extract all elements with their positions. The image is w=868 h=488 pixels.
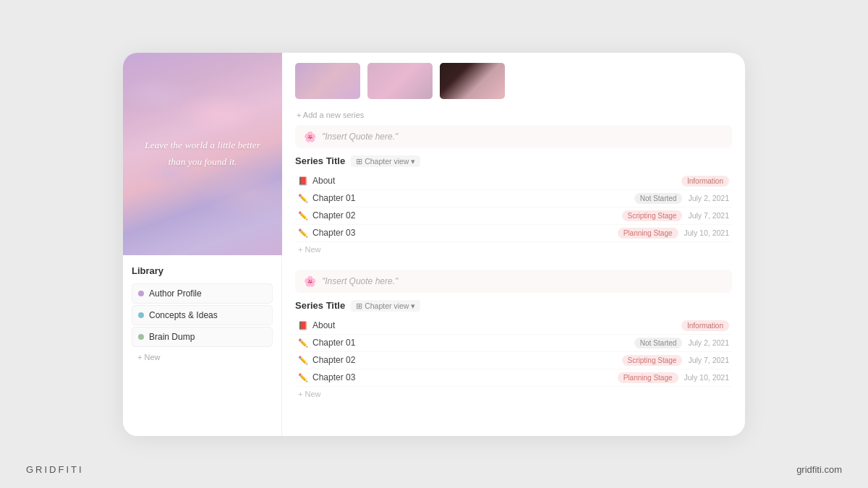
quote-text-1: "Insert Quote here." [322,132,398,142]
series-header-1: Series Title ⊞ Chapter view ▾ [295,155,732,167]
series-thumbnails-row [295,63,732,99]
table-row[interactable]: ✏️ Chapter 01 Not Started July 2, 2021 [295,190,732,207]
quote-emoji-1: 🌸 [304,131,316,142]
row-icon-ch2-1: ✏️ [298,211,308,221]
series-section-1: Series Title ⊞ Chapter view ▾ 📕 About In… [295,155,732,257]
row-name-ch2-1: Chapter 02 [312,210,618,221]
badge-info-1: Information [681,176,729,187]
main-content: + Add a new series 🌸 "Insert Quote here.… [282,53,745,436]
row-date-ch1-1: July 2, 2021 [688,194,729,202]
chapter-view-label-1: Chapter view [365,157,409,166]
row-name-ch3-1: Chapter 03 [312,228,613,238]
series-title-2: Series Title [295,300,345,311]
series-header-2: Series Title ⊞ Chapter view ▾ [295,300,732,312]
row-icon-ch1-2: ✏️ [298,338,308,348]
sidebar-new-button[interactable]: + New [132,348,273,366]
badge-info-2: Information [681,320,729,331]
chapter-view-icon-1: ⊞ [356,157,362,166]
row-date-ch2-1: July 7, 2021 [688,211,729,220]
chapter-view-chevron-1: ▾ [411,157,415,166]
table-new-1[interactable]: + New [295,242,732,257]
table-row[interactable]: 📕 About Information [295,317,732,335]
add-series-button[interactable]: + Add a new series [295,108,732,125]
row-icon-about-2: 📕 [298,321,308,330]
sidebar-item-brain-dump-label: Brain Dump [149,332,195,342]
quote-text-2: "Insert Quote here." [322,276,398,286]
sidebar-item-concepts-label: Concepts & Ideas [149,310,218,320]
series-section-2: Series Title ⊞ Chapter view ▾ 📕 About In… [295,300,732,401]
badge-scripting-2: Scripting Stage [622,355,683,366]
row-name-ch2-2: Chapter 02 [312,355,618,365]
row-name-ch3-2: Chapter 03 [312,372,613,382]
series-title-1: Series Title [295,155,345,166]
concepts-dot [138,312,144,318]
quote-block-1: 🌸 "Insert Quote here." [295,125,732,148]
series-thumbnail-3[interactable] [440,63,505,99]
quote-block-2: 🌸 "Insert Quote here." [295,270,732,293]
row-name-about-2: About [312,320,677,330]
series-thumbnail-2[interactable] [367,63,433,99]
row-icon-ch2-2: ✏️ [298,356,308,365]
sidebar-item-brain-dump[interactable]: Brain Dump [132,327,273,347]
badge-not-started-1: Not Started [634,193,683,204]
table-row[interactable]: ✏️ Chapter 02 Scripting Stage July 7, 20… [295,207,732,225]
brain-dump-dot [138,334,144,340]
badge-planning-1: Planning Stage [618,228,678,239]
sidebar-hero-image: Leave the world a little better than you… [123,53,282,255]
chapter-view-chevron-2: ▾ [411,301,415,310]
chapter-view-label-2: Chapter view [365,301,409,310]
row-date-ch3-2: July 10, 2021 [684,373,729,382]
branding-left: GRIDFITI [26,464,84,475]
badge-scripting-1: Scripting Stage [622,210,683,221]
table-row[interactable]: ✏️ Chapter 03 Planning Stage July 10, 20… [295,369,732,387]
library-title: Library [132,265,273,276]
series-thumbnail-1[interactable] [295,63,360,99]
row-icon-ch3-2: ✏️ [298,373,308,382]
sidebar-item-author-label: Author Profile [149,288,202,299]
row-date-ch1-2: July 2, 2021 [688,338,729,347]
row-icon-ch1-1: ✏️ [298,194,308,203]
sidebar-quote-container: Leave the world a little better than you… [123,53,282,255]
row-name-ch1-1: Chapter 01 [312,193,630,203]
row-date-ch2-2: July 7, 2021 [688,356,729,364]
main-card: Leave the world a little better than you… [123,53,745,436]
badge-planning-2: Planning Stage [618,372,678,383]
table-row[interactable]: 📕 About Information [295,173,732,190]
branding-right: gridfiti.com [796,464,842,475]
table-new-2[interactable]: + New [295,387,732,401]
table-row[interactable]: ✏️ Chapter 01 Not Started July 2, 2021 [295,335,732,352]
row-icon-about-1: 📕 [298,176,308,186]
badge-not-started-2: Not Started [634,338,683,348]
sidebar: Leave the world a little better than you… [123,53,282,436]
author-profile-dot [138,291,144,296]
chapter-view-btn-1[interactable]: ⊞ Chapter view ▾ [351,155,420,167]
sidebar-library: Library Author Profile Concepts & Ideas … [123,255,281,436]
sidebar-item-author-profile[interactable]: Author Profile [132,283,273,304]
row-date-ch3-1: July 10, 2021 [684,228,729,237]
row-name-about-1: About [312,176,677,186]
row-icon-ch3-1: ✏️ [298,228,308,238]
chapter-view-icon-2: ⊞ [356,301,362,310]
table-row[interactable]: ✏️ Chapter 02 Scripting Stage July 7, 20… [295,352,732,369]
sidebar-item-concepts[interactable]: Concepts & Ideas [132,305,273,325]
row-name-ch1-2: Chapter 01 [312,338,630,348]
table-row[interactable]: ✏️ Chapter 03 Planning Stage July 10, 20… [295,225,732,242]
quote-emoji-2: 🌸 [304,275,316,287]
sidebar-quote-text: Leave the world a little better than you… [137,137,268,171]
chapter-view-btn-2[interactable]: ⊞ Chapter view ▾ [351,300,420,312]
